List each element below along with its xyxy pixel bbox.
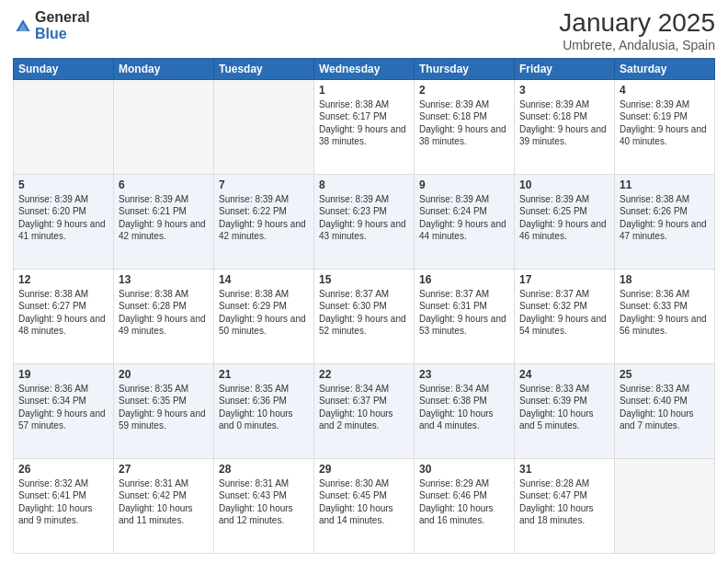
day-number: 11: [620, 178, 710, 191]
page: General Blue January 2025 Umbrete, Andal…: [0, 0, 728, 563]
day-number: 26: [18, 463, 108, 476]
day-number: 3: [519, 84, 609, 97]
table-row: 2Sunrise: 8:39 AM Sunset: 6:18 PM Daylig…: [415, 79, 515, 174]
col-wednesday: Wednesday: [314, 58, 415, 79]
day-number: 9: [419, 178, 509, 191]
table-row: 3Sunrise: 8:39 AM Sunset: 6:18 PM Daylig…: [515, 79, 615, 174]
day-info: Sunrise: 8:39 AM Sunset: 6:19 PM Dayligh…: [620, 98, 710, 148]
day-number: 25: [620, 368, 710, 381]
table-row: 23Sunrise: 8:34 AM Sunset: 6:38 PM Dayli…: [415, 363, 515, 458]
table-row: 21Sunrise: 8:35 AM Sunset: 6:36 PM Dayli…: [214, 363, 314, 458]
day-number: 30: [419, 463, 509, 476]
header: General Blue January 2025 Umbrete, Andal…: [13, 9, 715, 52]
calendar-week-row: 19Sunrise: 8:36 AM Sunset: 6:34 PM Dayli…: [14, 363, 715, 458]
col-thursday: Thursday: [415, 58, 515, 79]
day-info: Sunrise: 8:31 AM Sunset: 6:43 PM Dayligh…: [219, 477, 309, 527]
day-info: Sunrise: 8:39 AM Sunset: 6:20 PM Dayligh…: [18, 193, 108, 243]
day-info: Sunrise: 8:39 AM Sunset: 6:18 PM Dayligh…: [419, 98, 509, 148]
day-info: Sunrise: 8:39 AM Sunset: 6:23 PM Dayligh…: [319, 193, 409, 243]
table-row: 17Sunrise: 8:37 AM Sunset: 6:32 PM Dayli…: [515, 269, 615, 363]
col-monday: Monday: [114, 58, 214, 79]
day-number: 17: [519, 273, 609, 286]
table-row: 16Sunrise: 8:37 AM Sunset: 6:31 PM Dayli…: [415, 269, 515, 363]
day-info: Sunrise: 8:37 AM Sunset: 6:32 PM Dayligh…: [519, 288, 609, 338]
day-number: 8: [319, 178, 409, 191]
table-row: 18Sunrise: 8:36 AM Sunset: 6:33 PM Dayli…: [615, 269, 715, 363]
day-number: 31: [519, 463, 609, 476]
logo-icon: [15, 17, 31, 34]
table-row: 9Sunrise: 8:39 AM Sunset: 6:24 PM Daylig…: [415, 174, 515, 269]
table-row: 19Sunrise: 8:36 AM Sunset: 6:34 PM Dayli…: [14, 363, 114, 458]
day-info: Sunrise: 8:39 AM Sunset: 6:24 PM Dayligh…: [419, 193, 509, 243]
table-row: 8Sunrise: 8:39 AM Sunset: 6:23 PM Daylig…: [314, 174, 415, 269]
day-info: Sunrise: 8:38 AM Sunset: 6:17 PM Dayligh…: [319, 98, 409, 148]
table-row: [214, 79, 314, 174]
day-info: Sunrise: 8:38 AM Sunset: 6:29 PM Dayligh…: [219, 288, 309, 338]
day-number: 7: [219, 178, 309, 191]
day-info: Sunrise: 8:39 AM Sunset: 6:22 PM Dayligh…: [219, 193, 309, 243]
table-row: 4Sunrise: 8:39 AM Sunset: 6:19 PM Daylig…: [615, 79, 715, 174]
table-row: 24Sunrise: 8:33 AM Sunset: 6:39 PM Dayli…: [515, 363, 615, 458]
table-row: 13Sunrise: 8:38 AM Sunset: 6:28 PM Dayli…: [114, 269, 214, 363]
title-block: January 2025 Umbrete, Andalusia, Spain: [559, 9, 715, 52]
day-number: 29: [319, 463, 409, 476]
col-sunday: Sunday: [14, 58, 114, 79]
table-row: 11Sunrise: 8:38 AM Sunset: 6:26 PM Dayli…: [615, 174, 715, 269]
day-info: Sunrise: 8:34 AM Sunset: 6:38 PM Dayligh…: [419, 383, 509, 432]
day-info: Sunrise: 8:30 AM Sunset: 6:45 PM Dayligh…: [319, 477, 409, 527]
day-number: 15: [319, 273, 409, 286]
table-row: 6Sunrise: 8:39 AM Sunset: 6:21 PM Daylig…: [114, 174, 214, 269]
day-info: Sunrise: 8:39 AM Sunset: 6:25 PM Dayligh…: [519, 193, 609, 243]
table-row: 31Sunrise: 8:28 AM Sunset: 6:47 PM Dayli…: [515, 458, 615, 553]
table-row: 12Sunrise: 8:38 AM Sunset: 6:27 PM Dayli…: [14, 269, 114, 363]
logo-general: General: [35, 9, 90, 26]
table-row: 26Sunrise: 8:32 AM Sunset: 6:41 PM Dayli…: [14, 458, 114, 553]
day-info: Sunrise: 8:37 AM Sunset: 6:30 PM Dayligh…: [319, 288, 409, 338]
table-row: 22Sunrise: 8:34 AM Sunset: 6:37 PM Dayli…: [314, 363, 415, 458]
day-info: Sunrise: 8:29 AM Sunset: 6:46 PM Dayligh…: [419, 477, 509, 527]
day-info: Sunrise: 8:38 AM Sunset: 6:28 PM Dayligh…: [119, 288, 209, 338]
day-number: 4: [620, 84, 710, 97]
day-number: 6: [119, 178, 209, 191]
day-info: Sunrise: 8:35 AM Sunset: 6:35 PM Dayligh…: [119, 383, 209, 432]
logo-text: General Blue: [35, 9, 90, 41]
col-friday: Friday: [515, 58, 615, 79]
day-info: Sunrise: 8:39 AM Sunset: 6:18 PM Dayligh…: [519, 98, 609, 148]
day-number: 1: [319, 84, 409, 97]
table-row: 7Sunrise: 8:39 AM Sunset: 6:22 PM Daylig…: [214, 174, 314, 269]
table-row: 28Sunrise: 8:31 AM Sunset: 6:43 PM Dayli…: [214, 458, 314, 553]
day-info: Sunrise: 8:38 AM Sunset: 6:27 PM Dayligh…: [18, 288, 108, 338]
table-row: 25Sunrise: 8:33 AM Sunset: 6:40 PM Dayli…: [615, 363, 715, 458]
table-row: 29Sunrise: 8:30 AM Sunset: 6:45 PM Dayli…: [314, 458, 415, 553]
day-info: Sunrise: 8:36 AM Sunset: 6:34 PM Dayligh…: [18, 383, 108, 432]
day-number: 19: [18, 368, 108, 381]
table-row: 30Sunrise: 8:29 AM Sunset: 6:46 PM Dayli…: [415, 458, 515, 553]
table-row: [114, 79, 214, 174]
day-number: 13: [119, 273, 209, 286]
day-info: Sunrise: 8:35 AM Sunset: 6:36 PM Dayligh…: [219, 383, 309, 432]
day-number: 28: [219, 463, 309, 476]
day-number: 14: [219, 273, 309, 286]
day-number: 10: [519, 178, 609, 191]
col-saturday: Saturday: [615, 58, 715, 79]
table-row: [615, 458, 715, 553]
day-info: Sunrise: 8:33 AM Sunset: 6:39 PM Dayligh…: [519, 383, 609, 432]
day-number: 16: [419, 273, 509, 286]
table-row: 10Sunrise: 8:39 AM Sunset: 6:25 PM Dayli…: [515, 174, 615, 269]
day-info: Sunrise: 8:37 AM Sunset: 6:31 PM Dayligh…: [419, 288, 509, 338]
table-row: 5Sunrise: 8:39 AM Sunset: 6:20 PM Daylig…: [14, 174, 114, 269]
day-number: 27: [119, 463, 209, 476]
day-info: Sunrise: 8:32 AM Sunset: 6:41 PM Dayligh…: [18, 477, 108, 527]
day-number: 24: [519, 368, 609, 381]
day-number: 22: [319, 368, 409, 381]
day-info: Sunrise: 8:33 AM Sunset: 6:40 PM Dayligh…: [620, 383, 710, 432]
calendar-title: January 2025: [559, 9, 715, 38]
table-row: 27Sunrise: 8:31 AM Sunset: 6:42 PM Dayli…: [114, 458, 214, 553]
table-row: 14Sunrise: 8:38 AM Sunset: 6:29 PM Dayli…: [214, 269, 314, 363]
day-number: 23: [419, 368, 509, 381]
calendar-table: Sunday Monday Tuesday Wednesday Thursday…: [13, 58, 715, 554]
day-info: Sunrise: 8:36 AM Sunset: 6:33 PM Dayligh…: [620, 288, 710, 338]
day-info: Sunrise: 8:34 AM Sunset: 6:37 PM Dayligh…: [319, 383, 409, 432]
calendar-week-row: 26Sunrise: 8:32 AM Sunset: 6:41 PM Dayli…: [14, 458, 715, 553]
day-info: Sunrise: 8:28 AM Sunset: 6:47 PM Dayligh…: [519, 477, 609, 527]
